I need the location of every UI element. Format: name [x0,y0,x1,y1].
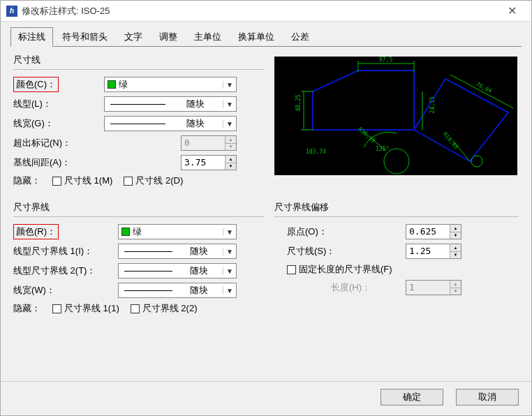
ext-lt2-select[interactable]: 随块 ▼ [118,263,237,278]
ext-hide1-label: 尺寸界线 1(1) [64,302,119,315]
color-swatch-icon [108,80,116,89]
ext-lw-value: 随块 [175,284,223,297]
chevron-down-icon: ▼ [223,267,233,275]
spin-up-icon: ▲ [450,281,461,288]
color-label: 颜色(C)： [13,77,104,92]
baseline-spinner[interactable]: 3.75 ▲▼ [181,155,237,170]
ext-lt1-select[interactable]: 随块 ▼ [118,244,237,259]
linetype-select[interactable]: 随块 ▼ [104,96,237,112]
ext-color-label: 颜色(R)： [13,224,104,239]
dimension-preview: 87,5 48,25 24,15 76,04 R36,10 136° R18,0… [274,57,517,175]
tab-symbols-arrows[interactable]: 符号和箭头 [54,27,115,47]
hide-dimline1-checkbox[interactable]: 尺寸线 1(M) [52,174,112,187]
group-dimension-line: 尺寸线 颜色(C)： 绿 ▼ 线型(L)： 随块 ▼ 线宽(G)： [13,54,265,191]
chevron-down-icon: ▼ [223,248,233,255]
ext-lt2-value: 随块 [175,265,223,277]
tab-tolerance[interactable]: 公差 [283,27,317,47]
ext-color-value: 绿 [133,225,223,238]
spin-up-icon[interactable]: ▲ [226,156,236,163]
spin-down-icon: ▼ [226,144,236,151]
spin-up-icon: ▲ [226,136,236,144]
ext-lw-select[interactable]: 随块 ▼ [118,283,237,298]
fixed-length-checkbox[interactable]: 固定长度的尺寸界线(F) [287,263,392,276]
app-icon: h [6,6,17,17]
checkbox-icon [131,304,140,313]
chevron-down-icon: ▼ [223,101,233,108]
origin-offset-spinner[interactable]: 0.625 ▲▼ [406,224,461,239]
baseline-label: 基线间距(A)： [13,156,104,169]
spin-down-icon[interactable]: ▼ [226,163,236,170]
group-extension-offset: 尺寸界线偏移 原点(O)： 0.625 ▲▼ 尺寸线(S)： 1.25 ▲▼ [274,201,519,319]
tab-text[interactable]: 文字 [117,27,150,47]
extend-label: 超出标记(N)： [13,137,104,149]
chevron-down-icon: ▼ [223,228,233,236]
lineweight-select[interactable]: 随块 ▼ [104,116,237,131]
line-sample-icon [124,251,172,252]
group-title-extension-line: 尺寸界线 [13,201,265,214]
tab-divider [10,46,522,47]
tab-dimension-line[interactable]: 标注线 [10,27,53,47]
extend-value: 0 [182,136,225,150]
ext-color-highlight: 颜色(R)： [13,224,59,239]
dim-angle: 136° [376,146,389,152]
line-sample-icon [110,124,165,124]
dim-coord: 103,74 [306,149,326,155]
spin-up-icon[interactable]: ▲ [450,244,461,252]
checkbox-icon [287,265,296,274]
title-bar: h 修改标注样式: ISO-25 ✕ [1,1,531,22]
tab-adjust[interactable]: 调整 [152,27,185,47]
content-area: 尺寸线 颜色(C)： 绿 ▼ 线型(L)： 随块 ▼ 线宽(G)： [1,47,531,381]
svg-point-9 [471,156,482,167]
length-label: 长度(H)： [287,281,378,294]
hide-ext1-checkbox[interactable]: 尺寸界线 1(1) [52,302,119,315]
hide-dimline2-checkbox[interactable]: 尺寸线 2(D) [124,174,183,187]
close-icon[interactable]: ✕ [498,1,526,21]
ext-hide2-label: 尺寸界线 2(2) [142,302,198,315]
cancel-button[interactable]: 取消 [456,389,519,406]
chevron-down-icon: ▼ [223,81,233,89]
tab-primary-units[interactable]: 主单位 [186,27,229,47]
group-extension-line: 尺寸界线 颜色(R)： 绿 ▼ 线型尺寸界线 1(I)： 随块 ▼ [13,201,265,319]
spin-down-icon: ▼ [450,288,461,295]
chevron-down-icon: ▼ [223,120,233,128]
ok-button[interactable]: 确定 [380,389,443,406]
group-title-dimension-line: 尺寸线 [13,54,265,66]
lineweight-label: 线宽(G)： [13,117,104,130]
ext-lw-label: 线宽(W)： [13,284,118,297]
linetype-value: 随块 [168,98,223,110]
dimline-offset-value: 1.25 [406,244,450,258]
dim-top: 87,5 [379,57,392,63]
line-sample-icon [110,104,165,105]
color-swatch-icon [121,228,130,236]
dialog-footer: 确定 取消 [1,381,531,415]
hide-ext2-checkbox[interactable]: 尺寸界线 2(2) [131,302,198,315]
dialog-window: h 修改标注样式: ISO-25 ✕ 标注线 符号和箭头 文字 调整 主单位 换… [0,0,532,416]
ext-lt1-label: 线型尺寸界线 1(I)： [13,245,118,258]
ext-lt1-value: 随块 [175,245,223,258]
origin-offset-label: 原点(O)： [287,225,378,238]
extend-spinner: 0 ▲▼ [181,135,237,151]
dim-left: 48,25 [295,94,302,111]
checkbox-icon [52,177,61,186]
hide1-label: 尺寸线 1(M) [64,174,112,187]
dim-mid: 24,15 [429,96,436,113]
color-select[interactable]: 绿 ▼ [104,77,237,92]
dimline-offset-spinner[interactable]: 1.25 ▲▼ [406,244,461,259]
ext-hide-label: 隐藏： [13,302,52,315]
length-spinner: 1 ▲▼ [406,280,461,295]
checkbox-icon [124,177,133,186]
ext-lt2-label: 线型尺寸界线 2(T)： [13,265,118,277]
hide-label: 隐藏： [13,174,52,187]
linetype-label: 线型(L)： [13,98,104,110]
lineweight-value: 随块 [168,117,223,130]
line-sample-icon [124,290,172,291]
window-title: 修改标注样式: ISO-25 [22,5,498,17]
group-title-offset: 尺寸界线偏移 [274,201,519,214]
spin-down-icon[interactable]: ▼ [450,232,461,239]
color-value: 绿 [119,78,223,91]
tab-alt-units[interactable]: 换算单位 [230,27,282,47]
spin-down-icon[interactable]: ▼ [450,252,461,259]
color-highlight: 颜色(C)： [13,77,59,92]
ext-color-select[interactable]: 绿 ▼ [118,224,237,239]
spin-up-icon[interactable]: ▲ [450,225,461,232]
